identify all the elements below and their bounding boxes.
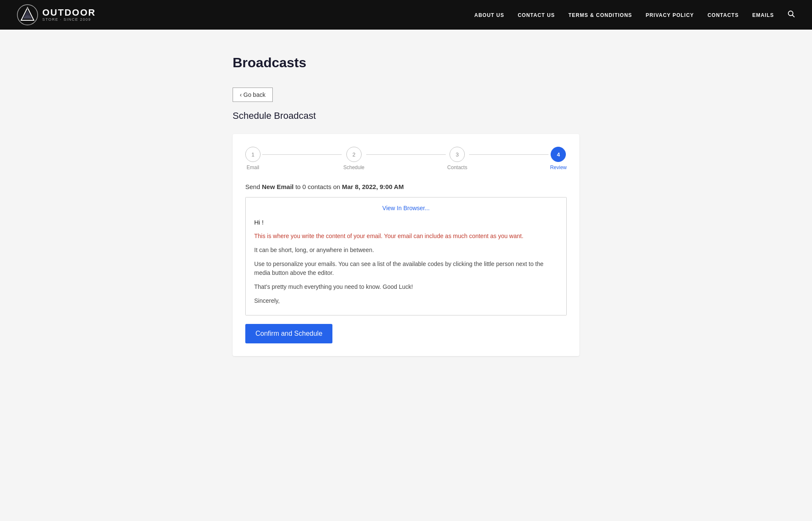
email-preview-inner[interactable]: View In Browser... Hi ! This is where yo… [246, 197, 566, 315]
email-para-3: Use to personalize your emails. You can … [254, 260, 558, 277]
navbar: OUTDOOR STORE · SINCE 2009 ABOUT US CONT… [0, 0, 812, 30]
main-content: Broadcasts ‹ Go back Schedule Broadcast … [216, 30, 596, 381]
svg-line-5 [793, 15, 795, 17]
step-3-label: Contacts [447, 165, 467, 170]
summary-prefix: Send [245, 183, 262, 190]
nav-item-about[interactable]: ABOUT US [475, 11, 505, 19]
step-3: 3 Contacts [447, 147, 467, 170]
summary-scheduled-time: Mar 8, 2022, 9:00 AM [342, 183, 404, 190]
step-connector-3-4 [469, 154, 549, 155]
go-back-button[interactable]: ‹ Go back [233, 88, 273, 102]
summary-middle: to [294, 183, 302, 190]
step-connector-1-2 [262, 154, 342, 155]
brand-logo-area: OUTDOOR STORE · SINCE 2009 [17, 4, 96, 25]
nav-link-contacts[interactable]: CONTACTS [708, 12, 739, 18]
step-4: 4 Review [550, 147, 567, 170]
view-in-browser-link[interactable]: View In Browser... [382, 205, 430, 211]
brand-subtitle: STORE · SINCE 2009 [42, 18, 96, 22]
step-2-circle: 2 [346, 147, 362, 162]
nav-link-terms[interactable]: TERMS & CONDITIONS [568, 12, 632, 18]
step-1: 1 Email [245, 147, 261, 170]
nav-link-contact[interactable]: CONTACT US [518, 12, 555, 18]
email-greeting: Hi ! [254, 219, 558, 226]
search-button[interactable] [787, 11, 795, 19]
step-2-label: Schedule [343, 165, 365, 170]
nav-menu: ABOUT US CONTACT US TERMS & CONDITIONS P… [475, 10, 796, 20]
email-preview-container: View In Browser... Hi ! This is where yo… [245, 197, 567, 315]
step-2: 2 Schedule [343, 147, 365, 170]
nav-item-privacy[interactable]: PRIVACY POLICY [646, 11, 694, 19]
email-para-2: It can be short, long, or anywhere in be… [254, 246, 558, 255]
email-para-1: This is where you write the content of y… [254, 232, 558, 241]
page-title: Broadcasts [233, 55, 579, 71]
nav-item-emails[interactable]: EMAILS [752, 11, 774, 19]
schedule-broadcast-title: Schedule Broadcast [233, 110, 579, 121]
wizard-card: 1 Email 2 Schedule 3 Contacts [233, 134, 579, 356]
summary-contacts: 0 contacts [302, 183, 331, 190]
view-in-browser[interactable]: View In Browser... [254, 204, 558, 212]
email-closing: Sincerely, [254, 296, 558, 305]
step-4-circle: 4 [551, 147, 566, 162]
brand-text: OUTDOOR STORE · SINCE 2009 [42, 8, 96, 22]
brand-name: OUTDOOR [42, 8, 96, 18]
step-1-label: Email [247, 165, 259, 170]
svg-point-3 [27, 8, 28, 9]
step-4-label: Review [550, 165, 567, 170]
nav-link-about[interactable]: ABOUT US [475, 12, 505, 18]
summary-on: on [331, 183, 342, 190]
brand-logo-icon [17, 4, 38, 25]
nav-item-terms[interactable]: TERMS & CONDITIONS [568, 11, 632, 19]
confirm-schedule-button[interactable]: Confirm and Schedule [245, 324, 332, 343]
nav-item-contacts[interactable]: CONTACTS [708, 11, 739, 19]
broadcast-summary: Send New Email to 0 contacts on Mar 8, 2… [245, 183, 567, 190]
nav-item-contact[interactable]: CONTACT US [518, 11, 555, 19]
step-connector-2-3 [366, 154, 446, 155]
step-3-circle: 3 [450, 147, 465, 162]
nav-link-emails[interactable]: EMAILS [752, 12, 774, 18]
summary-email-type: New Email [262, 183, 294, 190]
email-para-4: That's pretty much everything you need t… [254, 282, 558, 291]
step-1-circle: 1 [245, 147, 261, 162]
steps-container: 1 Email 2 Schedule 3 Contacts [245, 147, 567, 170]
nav-link-privacy[interactable]: PRIVACY POLICY [646, 12, 694, 18]
search-icon[interactable] [787, 10, 795, 20]
